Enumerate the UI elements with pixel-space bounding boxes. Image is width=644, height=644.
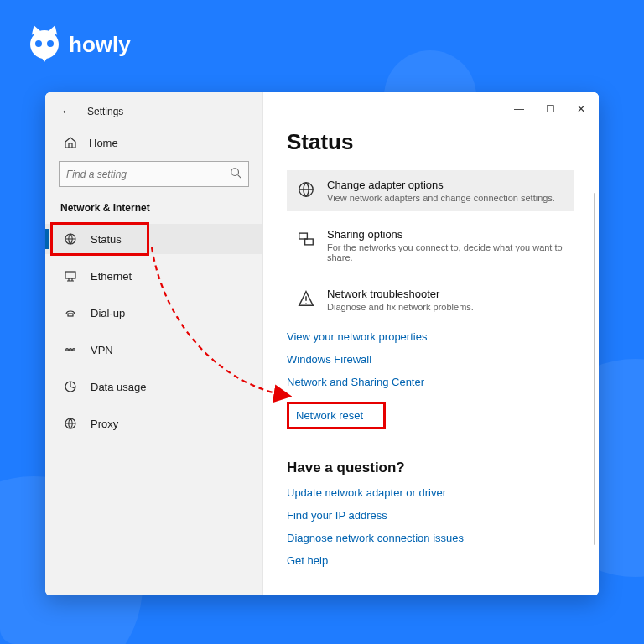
brand-logo: howly [29, 29, 131, 60]
sidebar-item-datausage[interactable]: Data usage [45, 371, 262, 402]
warning-icon [297, 289, 315, 308]
sharing-icon [297, 230, 315, 248]
option-troubleshoot-title: Network troubleshooter [327, 288, 474, 300]
help-link-find-ip[interactable]: Find your IP address [287, 509, 574, 522]
settings-window: ← Settings Home Network & Internet [45, 92, 599, 595]
globe-icon [297, 180, 315, 199]
sidebar-section-title: Network & Internet [45, 199, 262, 224]
owl-icon [29, 29, 60, 60]
help-link-diagnose[interactable]: Diagnose network connection issues [287, 532, 574, 544]
datausage-icon [64, 380, 77, 393]
option-troubleshoot-sub: Diagnose and fix network problems. [327, 302, 474, 312]
sidebar-proxy-label: Proxy [91, 418, 118, 430]
brand-name: howly [69, 32, 131, 58]
svg-rect-2 [65, 272, 75, 278]
link-network-properties[interactable]: View your network properties [287, 330, 574, 343]
sidebar-status-label: Status [91, 233, 122, 246]
question-heading: Have a question? [287, 460, 574, 476]
window-title: Settings [87, 106, 123, 117]
svg-rect-11 [305, 239, 314, 245]
svg-rect-3 [68, 314, 73, 316]
svg-point-0 [231, 169, 239, 176]
scrollbar[interactable] [594, 193, 595, 545]
link-network-sharing-center[interactable]: Network and Sharing Center [287, 376, 574, 388]
sidebar-item-dialup[interactable]: Dial-up [45, 298, 262, 328]
sidebar-datausage-label: Data usage [91, 381, 147, 393]
sidebar-vpn-label: VPN [91, 344, 113, 356]
close-button[interactable]: ✕ [577, 104, 585, 114]
option-change-adapter[interactable]: Change adapter options View network adap… [287, 170, 574, 211]
vpn-icon [64, 343, 77, 356]
sidebar-item-status[interactable]: Status [45, 224, 262, 254]
svg-rect-10 [299, 233, 308, 239]
option-sharing-title: Sharing options [327, 228, 564, 241]
sidebar-item-home[interactable]: Home [45, 129, 262, 156]
page-title: Status [287, 129, 574, 155]
option-adapter-title: Change adapter options [327, 179, 555, 191]
back-button[interactable]: ← [60, 104, 74, 119]
search-input[interactable] [59, 161, 249, 187]
search-icon [230, 167, 242, 181]
help-link-update-adapter[interactable]: Update network adapter or driver [287, 486, 574, 499]
sidebar: ← Settings Home Network & Internet [45, 92, 263, 595]
option-troubleshoot[interactable]: Network troubleshooter Diagnose and fix … [287, 279, 574, 320]
option-sharing[interactable]: Sharing options For the networks you con… [287, 220, 574, 271]
svg-point-6 [73, 349, 75, 351]
maximize-button[interactable]: ☐ [546, 104, 555, 114]
search-field[interactable] [66, 169, 230, 180]
status-icon [64, 232, 77, 246]
svg-point-5 [70, 349, 72, 351]
option-sharing-sub: For the networks you connect to, decide … [327, 242, 564, 262]
sidebar-item-vpn[interactable]: VPN [45, 335, 262, 365]
sidebar-home-label: Home [89, 137, 118, 149]
window-controls: — ☐ ✕ [514, 104, 585, 114]
link-windows-firewall[interactable]: Windows Firewall [287, 353, 574, 366]
ethernet-icon [64, 269, 77, 283]
dialup-icon [64, 306, 77, 319]
svg-point-4 [66, 349, 69, 351]
minimize-button[interactable]: — [514, 104, 524, 114]
home-icon [64, 136, 77, 149]
link-network-reset[interactable]: Network reset [287, 402, 386, 429]
sidebar-dialup-label: Dial-up [91, 307, 125, 319]
main-content: — ☐ ✕ Status Change adapter options View… [263, 92, 599, 595]
option-adapter-sub: View network adapters and change connect… [327, 193, 555, 203]
sidebar-ethernet-label: Ethernet [91, 270, 132, 283]
proxy-icon [64, 417, 77, 430]
sidebar-item-ethernet[interactable]: Ethernet [45, 261, 262, 291]
sidebar-item-proxy[interactable]: Proxy [45, 408, 262, 439]
help-link-get-help[interactable]: Get help [287, 554, 574, 567]
